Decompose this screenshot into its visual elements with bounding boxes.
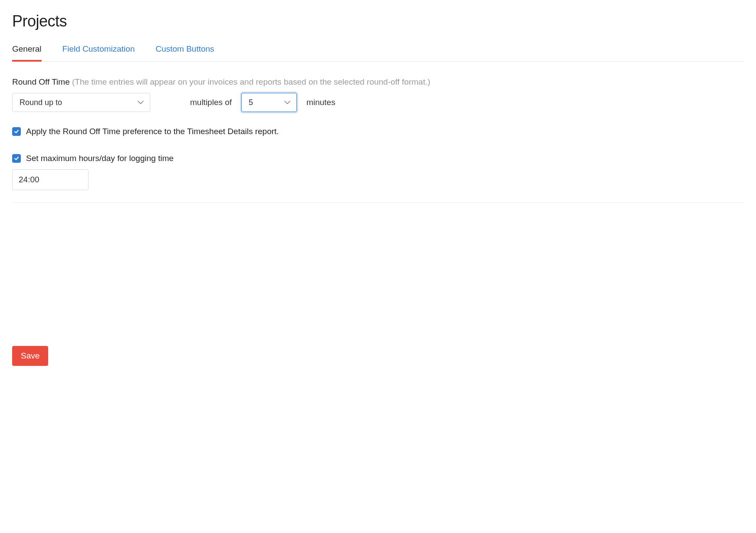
apply-roundoff-checkbox[interactable] xyxy=(12,127,21,136)
max-hours-checkbox[interactable] xyxy=(12,154,21,163)
tab-field-customization[interactable]: Field Customization xyxy=(62,44,135,62)
tabs: General Field Customization Custom Butto… xyxy=(12,44,744,62)
save-button[interactable]: Save xyxy=(12,346,48,366)
round-direction-value: Round up to xyxy=(20,98,62,107)
tab-general[interactable]: General xyxy=(12,44,42,62)
apply-roundoff-row: Apply the Round Off Time preference to t… xyxy=(12,127,744,136)
round-multiples-select[interactable]: 5 xyxy=(241,93,297,112)
minutes-label: minutes xyxy=(306,98,335,107)
round-off-hint: (The time entries will appear on your in… xyxy=(72,77,431,86)
page-title: Projects xyxy=(12,12,744,30)
multiples-of-label: multiples of xyxy=(190,98,232,107)
round-off-controls: Round up to multiples of 5 minutes xyxy=(12,93,744,112)
tab-custom-buttons[interactable]: Custom Buttons xyxy=(155,44,214,62)
round-multiples-value: 5 xyxy=(249,98,253,107)
max-hours-row: Set maximum hours/day for logging time xyxy=(12,154,744,163)
apply-roundoff-label: Apply the Round Off Time preference to t… xyxy=(26,127,279,136)
round-off-label: Round Off Time xyxy=(12,77,70,86)
divider xyxy=(12,202,744,203)
chevron-down-icon xyxy=(138,99,144,105)
chevron-down-icon xyxy=(284,99,290,105)
round-direction-select[interactable]: Round up to xyxy=(12,93,150,112)
round-off-label-row: Round Off Time (The time entries will ap… xyxy=(12,77,744,87)
max-hours-input[interactable] xyxy=(12,169,89,190)
max-hours-label: Set maximum hours/day for logging time xyxy=(26,154,174,163)
